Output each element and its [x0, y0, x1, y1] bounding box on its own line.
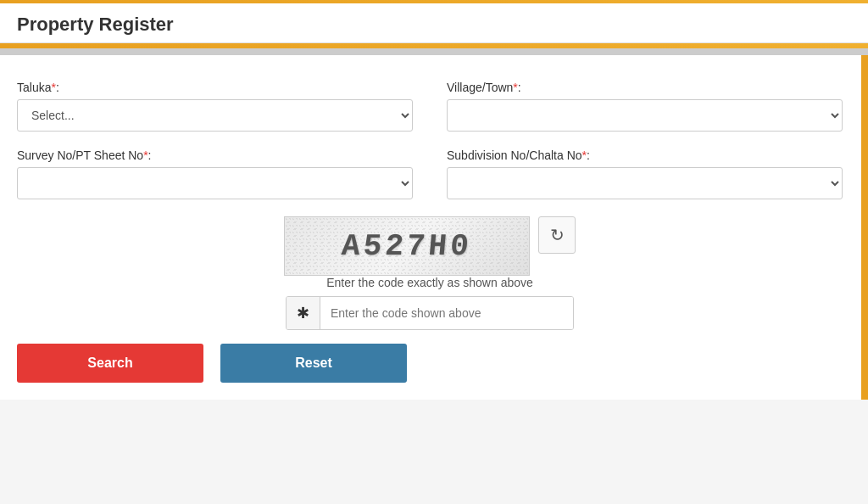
captcha-image: A527H0: [284, 216, 530, 276]
search-button[interactable]: Search: [17, 344, 203, 383]
taluka-label: Taluka*:: [17, 81, 413, 94]
form-row-2: Survey No/PT Sheet No*: Subdivision No/C…: [17, 148, 843, 199]
subdivision-no-group: Subdivision No/Chalta No*:: [447, 148, 843, 199]
button-row: Search Reset: [17, 344, 843, 383]
right-accent-bar: [861, 55, 868, 400]
page-header: Property Register: [0, 3, 868, 43]
captcha-section: A527H0 ↻ Enter the code exactly as shown…: [17, 216, 843, 330]
page-title: Property Register: [17, 14, 851, 36]
main-content: Taluka*: Select... Village/Town*: Survey…: [0, 55, 868, 400]
taluka-group: Taluka*: Select...: [17, 81, 413, 132]
captcha-refresh-button[interactable]: ↻: [538, 216, 576, 254]
captcha-input[interactable]: [320, 297, 573, 329]
village-town-group: Village/Town*:: [447, 81, 843, 132]
captcha-wrapper: A527H0 ↻: [284, 216, 576, 276]
captcha-input-row: ✱: [286, 296, 574, 330]
captcha-text: A527H0: [340, 229, 473, 264]
taluka-select[interactable]: Select...: [17, 99, 413, 132]
form-row-1: Taluka*: Select... Village/Town*:: [17, 81, 843, 132]
captcha-instruction: Enter the code exactly as shown above: [326, 276, 533, 289]
village-town-select[interactable]: [447, 99, 843, 132]
survey-no-select[interactable]: [17, 167, 413, 199]
village-town-label: Village/Town*:: [447, 81, 843, 94]
gray-accent-bar: [0, 48, 868, 55]
survey-no-group: Survey No/PT Sheet No*:: [17, 148, 413, 199]
subdivision-no-select[interactable]: [447, 167, 843, 199]
reset-button[interactable]: Reset: [220, 344, 407, 383]
captcha-asterisk-icon: ✱: [287, 297, 320, 329]
subdivision-no-label: Subdivision No/Chalta No*:: [447, 148, 843, 162]
survey-no-label: Survey No/PT Sheet No*:: [17, 148, 413, 162]
